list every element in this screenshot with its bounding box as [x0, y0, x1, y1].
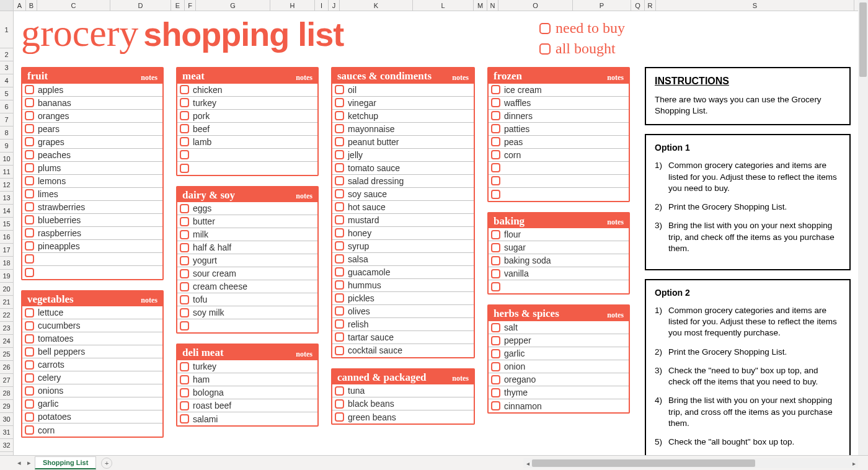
checkbox-icon[interactable]: [180, 414, 189, 423]
list-item[interactable]: [489, 280, 629, 293]
list-item[interactable]: celery: [22, 371, 162, 384]
row-header[interactable]: 4: [0, 74, 13, 87]
list-item[interactable]: garlic: [22, 397, 162, 410]
row-header[interactable]: 29: [0, 400, 13, 413]
checkbox-icon[interactable]: [180, 256, 189, 265]
list-item[interactable]: apples: [22, 84, 162, 97]
list-item[interactable]: yogurt: [177, 254, 317, 267]
checkbox-icon[interactable]: [180, 243, 189, 252]
checkbox-icon[interactable]: [25, 360, 34, 370]
row-header[interactable]: 31: [0, 426, 13, 439]
checkbox-icon[interactable]: [491, 375, 500, 384]
checkbox-icon[interactable]: [335, 280, 344, 290]
checkbox-icon[interactable]: [491, 323, 500, 332]
list-item[interactable]: soy sauce: [332, 188, 474, 201]
list-item[interactable]: garlic: [489, 347, 629, 360]
checkbox-icon[interactable]: [335, 293, 344, 303]
checkbox-icon[interactable]: [491, 243, 500, 252]
list-item[interactable]: tofu: [177, 293, 317, 306]
checkbox-icon[interactable]: [25, 386, 34, 396]
tab-nav-prev-icon[interactable]: ◂: [15, 459, 24, 467]
checkbox-icon[interactable]: [25, 241, 34, 251]
checkbox-icon[interactable]: [180, 308, 189, 317]
list-item[interactable]: sour cream: [177, 267, 317, 280]
checkbox-icon[interactable]: [491, 111, 500, 120]
sheet-tab-active[interactable]: Shopping List: [35, 456, 96, 469]
list-item[interactable]: bananas: [22, 97, 162, 110]
list-item[interactable]: cream cheese: [177, 280, 317, 293]
checkbox-icon[interactable]: [335, 189, 344, 198]
checkbox-icon[interactable]: [491, 230, 500, 239]
checkbox-icon[interactable]: [335, 202, 344, 211]
checkbox-icon[interactable]: [25, 347, 34, 357]
row-header[interactable]: 12: [0, 179, 13, 192]
list-item[interactable]: bologna: [177, 386, 317, 399]
checkbox-icon[interactable]: [180, 111, 189, 120]
list-item[interactable]: black beans: [332, 397, 474, 410]
list-item[interactable]: relish: [332, 318, 474, 331]
row-header[interactable]: 18: [0, 257, 13, 270]
checkbox-icon[interactable]: [180, 375, 189, 384]
list-item[interactable]: salami: [177, 412, 317, 425]
checkbox-icon[interactable]: [335, 399, 344, 409]
row-header[interactable]: 30: [0, 413, 13, 426]
list-item[interactable]: [489, 175, 629, 188]
row-header[interactable]: 14: [0, 205, 13, 218]
list-item[interactable]: peaches: [22, 149, 162, 162]
checkbox-icon[interactable]: [25, 176, 34, 185]
column-header[interactable]: J: [329, 0, 340, 11]
checkbox-icon[interactable]: [335, 85, 344, 94]
column-header[interactable]: F: [185, 0, 196, 11]
checkbox-icon[interactable]: [25, 163, 34, 172]
add-sheet-button[interactable]: +: [101, 458, 112, 469]
list-item[interactable]: roast beef: [177, 399, 317, 412]
column-header[interactable]: C: [37, 0, 110, 11]
list-item[interactable]: limes: [22, 188, 162, 201]
checkbox-icon[interactable]: [539, 43, 551, 55]
list-item[interactable]: grapes: [22, 136, 162, 149]
checkbox-icon[interactable]: [335, 386, 344, 396]
list-item[interactable]: ketchup: [332, 110, 474, 123]
list-item[interactable]: corn: [489, 149, 629, 162]
checkbox-icon[interactable]: [491, 85, 500, 94]
list-item[interactable]: bell peppers: [22, 345, 162, 358]
list-item[interactable]: [22, 253, 162, 266]
list-item[interactable]: blueberries: [22, 214, 162, 227]
list-item[interactable]: raspberries: [22, 227, 162, 240]
checkbox-icon[interactable]: [25, 268, 34, 277]
checkbox-icon[interactable]: [491, 336, 500, 345]
checkbox-icon[interactable]: [491, 124, 500, 133]
list-item[interactable]: mustard: [332, 214, 474, 227]
tab-nav-next-icon[interactable]: ▸: [25, 459, 33, 467]
list-item[interactable]: [177, 162, 317, 175]
checkbox-icon[interactable]: [180, 282, 189, 291]
checkbox-icon[interactable]: [335, 163, 344, 172]
list-item[interactable]: cucumbers: [22, 319, 162, 332]
checkbox-icon[interactable]: [25, 308, 34, 317]
row-header[interactable]: 22: [0, 309, 13, 322]
list-item[interactable]: patties: [489, 123, 629, 136]
row-header[interactable]: 6: [0, 100, 13, 113]
column-header[interactable]: Q: [631, 0, 645, 11]
list-item[interactable]: lettuce: [22, 306, 162, 319]
list-item[interactable]: [489, 188, 629, 201]
list-item[interactable]: syrup: [332, 240, 474, 253]
checkbox-icon[interactable]: [335, 267, 344, 277]
row-header[interactable]: 5: [0, 87, 13, 100]
checkbox-icon[interactable]: [491, 150, 500, 159]
list-item[interactable]: oranges: [22, 110, 162, 123]
scrollbar-thumb[interactable]: [532, 459, 755, 467]
list-item[interactable]: guacamole: [332, 266, 474, 279]
list-item[interactable]: chicken: [177, 84, 317, 97]
row-header[interactable]: 25: [0, 348, 13, 361]
column-header[interactable]: M: [474, 0, 487, 11]
row-header[interactable]: 26: [0, 361, 13, 374]
list-item[interactable]: tomato sauce: [332, 162, 474, 175]
checkbox-icon[interactable]: [335, 150, 344, 159]
list-item[interactable]: turkey: [177, 360, 317, 373]
checkbox-icon[interactable]: [491, 401, 500, 410]
list-item[interactable]: pickles: [332, 292, 474, 305]
column-header[interactable]: A: [14, 0, 26, 11]
checkbox-icon[interactable]: [180, 85, 189, 94]
checkbox-icon[interactable]: [335, 215, 344, 224]
